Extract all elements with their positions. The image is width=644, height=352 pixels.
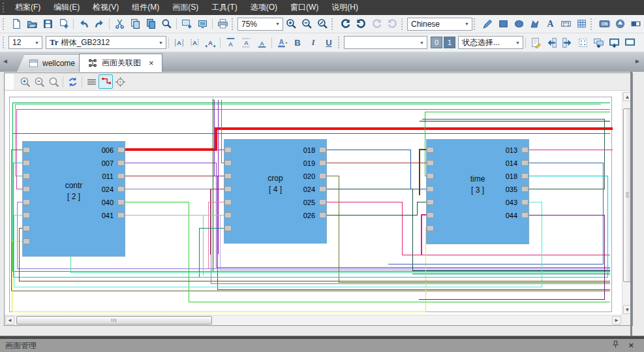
- pen-button[interactable]: [480, 16, 495, 32]
- state-0-button[interactable]: 0: [431, 37, 442, 48]
- language-combo[interactable]: Chinese ▼: [407, 18, 472, 31]
- output-pin[interactable]: [117, 147, 125, 153]
- output-pin[interactable]: [319, 186, 326, 192]
- wire[interactable]: [125, 129, 613, 150]
- input-pin[interactable]: [23, 173, 30, 179]
- diagram-canvas[interactable]: contr[ 2 ]006007011024040041crop[ 4 ]018…: [5, 91, 622, 315]
- menu-view[interactable]: 检视(V): [86, 0, 125, 15]
- toolbar-grip[interactable]: [3, 37, 7, 48]
- refresh-button[interactable]: [65, 74, 80, 89]
- redo-button[interactable]: [91, 16, 107, 32]
- block-time[interactable]: time[ 3 ]013014018035043044: [426, 139, 529, 244]
- polyline-mode-button[interactable]: [99, 74, 113, 89]
- output-pin[interactable]: [319, 160, 326, 166]
- input-pin[interactable]: [23, 160, 30, 166]
- italic-button[interactable]: I: [305, 35, 321, 50]
- input-pin[interactable]: [23, 212, 30, 218]
- toolbar-grip[interactable]: [474, 18, 478, 30]
- menu-components[interactable]: 组件(M): [125, 0, 166, 15]
- chevron-down-icon[interactable]: ▼: [463, 18, 470, 30]
- nav-forward-button[interactable]: [559, 35, 575, 50]
- align-bottom-button[interactable]: A: [254, 35, 269, 50]
- horizontal-scroll-thumb[interactable]: [16, 316, 212, 325]
- menu-file[interactable]: 档案(F): [8, 0, 47, 15]
- tab-scroll-left-button[interactable]: ◄: [2, 57, 8, 65]
- toolbar-grip[interactable]: [3, 18, 7, 30]
- output-pin[interactable]: [319, 173, 326, 179]
- input-pin[interactable]: [224, 186, 232, 192]
- find-button[interactable]: [159, 16, 174, 32]
- wire[interactable]: [125, 215, 610, 270]
- wire[interactable]: [125, 189, 610, 283]
- switch-part-button[interactable]: [628, 16, 643, 32]
- tab-wellcome[interactable]: wellcome: [17, 54, 83, 72]
- state-text-combo[interactable]: ▼: [344, 36, 427, 49]
- toolbar-grip[interactable]: [401, 18, 405, 30]
- input-pin[interactable]: [427, 212, 434, 218]
- scale-ruler-button[interactable]: 12: [558, 16, 574, 32]
- window-splitter[interactable]: [630, 72, 632, 336]
- copy-button[interactable]: [127, 16, 143, 32]
- input-pin[interactable]: [224, 173, 232, 179]
- output-pin[interactable]: [319, 147, 326, 153]
- output-pin[interactable]: [319, 199, 326, 205]
- output-pin[interactable]: [117, 160, 125, 166]
- output-pin[interactable]: [521, 212, 529, 218]
- open-file-button[interactable]: [24, 16, 40, 32]
- zoom-level-combo[interactable]: 75% ▼: [238, 18, 283, 31]
- input-pin[interactable]: [23, 238, 30, 244]
- shape-ellipse-button[interactable]: [511, 16, 527, 32]
- rotate-cw-button[interactable]: [337, 16, 353, 32]
- undo-button[interactable]: [76, 16, 91, 32]
- input-pin[interactable]: [427, 199, 434, 205]
- output-pin[interactable]: [521, 160, 529, 166]
- grid-table-button[interactable]: [574, 16, 589, 32]
- save-file-button[interactable]: [40, 16, 55, 32]
- output-pin[interactable]: [319, 212, 326, 218]
- output-pin[interactable]: [521, 173, 529, 179]
- underline-button[interactable]: U: [321, 35, 337, 50]
- bold-button[interactable]: B: [290, 35, 305, 50]
- tab-screen-relation[interactable]: 画面关联图 ×: [79, 54, 162, 72]
- input-pin[interactable]: [427, 160, 434, 166]
- input-pin[interactable]: [427, 147, 434, 153]
- scroll-left-icon[interactable]: ◄: [5, 316, 14, 325]
- zoom-reset-button[interactable]: [314, 16, 330, 32]
- crosshair-button[interactable]: [113, 74, 127, 89]
- align-center-button[interactable]: A: [238, 35, 254, 50]
- output-pin[interactable]: [521, 147, 529, 153]
- rotate-ccw-button[interactable]: [353, 16, 369, 32]
- menu-tools[interactable]: 工具(T): [205, 0, 243, 15]
- screen-stack-button[interactable]: [590, 35, 606, 50]
- block-crop[interactable]: crop[ 4 ]018019020024025026: [224, 139, 327, 244]
- char-condense-button[interactable]: A: [171, 35, 187, 50]
- output-pin[interactable]: [117, 212, 125, 218]
- text-tool-button[interactable]: A: [542, 16, 558, 32]
- input-pin[interactable]: [427, 173, 434, 179]
- rotate-cw-disabled-button[interactable]: [369, 16, 384, 32]
- rotate-ccw-disabled-button[interactable]: [384, 16, 400, 32]
- screen-open-button[interactable]: [194, 16, 210, 32]
- button-on-button[interactable]: ON: [596, 16, 612, 32]
- output-pin[interactable]: [521, 186, 529, 192]
- fan-part-button[interactable]: [612, 16, 628, 32]
- toolbar-grip[interactable]: [232, 18, 236, 30]
- input-pin[interactable]: [427, 225, 434, 231]
- input-pin[interactable]: [224, 225, 232, 231]
- toolbar-grip[interactable]: [338, 37, 342, 48]
- properties-button[interactable]: [528, 35, 544, 50]
- czoom-button[interactable]: [46, 74, 61, 89]
- toolbar-grip[interactable]: [590, 18, 594, 30]
- state-1-button[interactable]: 1: [444, 37, 455, 48]
- char-spacing-button[interactable]: A: [187, 35, 202, 50]
- tab-scroll-right-button[interactable]: ►: [634, 57, 641, 65]
- block-contr[interactable]: contr[ 2 ]006007011024040041: [22, 141, 125, 257]
- menu-edit[interactable]: 编辑(E): [47, 0, 86, 15]
- input-pin[interactable]: [427, 186, 434, 192]
- horizontal-scrollbar[interactable]: ◄ ►: [5, 315, 622, 325]
- state-select-combo[interactable]: 状态选择... ▼: [458, 36, 523, 49]
- char-expand-button[interactable]: A: [202, 35, 218, 50]
- input-pin[interactable]: [23, 199, 30, 205]
- output-pin[interactable]: [117, 173, 125, 179]
- czoom-in-button[interactable]: [18, 74, 32, 89]
